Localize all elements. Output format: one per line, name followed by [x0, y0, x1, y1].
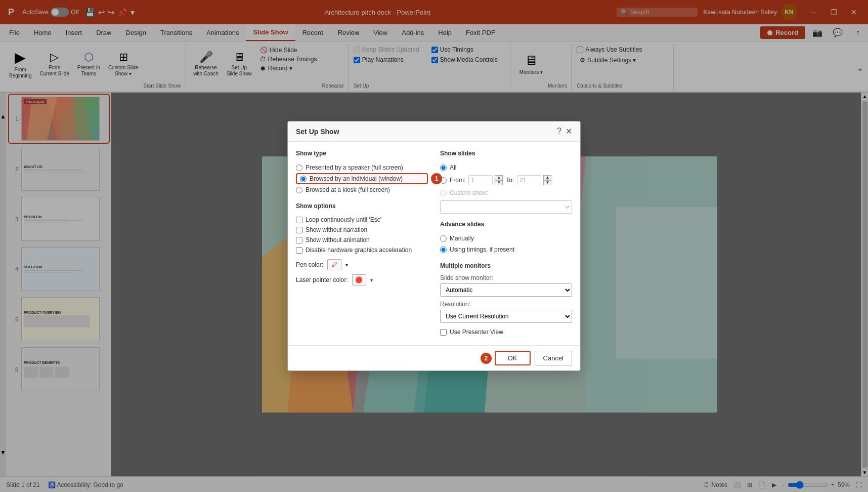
resolution-select[interactable]: Use Current Resolution — [440, 310, 572, 323]
radio-all-input[interactable] — [440, 165, 447, 171]
disable-hw-checkbox[interactable]: Disable hardware graphics acceleration — [296, 245, 428, 255]
pen-color-label: Pen color: — [296, 261, 323, 268]
dialog-right: Show slides All From: ▲ ▼ To: — [440, 150, 572, 337]
radio-from[interactable]: From: ▲ ▼ To: ▲ ▼ — [440, 173, 572, 187]
to-label: To: — [506, 177, 514, 184]
to-number-group: ▲ ▼ — [517, 175, 551, 185]
pen-color-btn[interactable]: 🖊 — [327, 259, 341, 270]
no-narration-label: Show without narration — [306, 226, 367, 233]
radio-kiosk-label: Browsed at a kiosk (full screen) — [306, 186, 390, 193]
radio-window-input[interactable] — [300, 176, 307, 182]
radio-window-label: Browsed by an individual (window) — [310, 175, 403, 182]
radio-from-label: From: — [450, 177, 465, 184]
dialog-left: Show type Presented by a speaker (full s… — [296, 150, 428, 337]
radio-using-timings-input[interactable] — [440, 247, 447, 253]
laser-color-row: Laser pointer color: 🔴 ▾ — [296, 274, 428, 285]
show-type-title: Show type — [296, 150, 428, 157]
radio-full-screen[interactable]: Presented by a speaker (full screen) — [296, 162, 428, 173]
resolution-label: Resolution: — [440, 301, 572, 308]
no-narration-checkbox[interactable]: Show without narration — [296, 225, 428, 235]
show-options-title: Show options — [296, 202, 428, 210]
pen-color-row: Pen color: 🖊 ▾ — [296, 259, 428, 270]
advance-slides-title: Advance slides — [440, 221, 572, 228]
setup-show-dialog: Set Up Show ? ✕ Show type Presented by a… — [287, 121, 581, 371]
presenter-view-checkbox[interactable]: Use Presenter View — [440, 327, 572, 337]
dialog-overlay: Set Up Show ? ✕ Show type Presented by a… — [0, 0, 868, 492]
loop-checkbox[interactable]: Loop continuously until 'Esc' — [296, 215, 428, 225]
radio-kiosk[interactable]: Browsed at a kiosk (full screen) — [296, 184, 428, 195]
to-number-input[interactable] — [517, 175, 541, 185]
presenter-view-label: Use Presenter View — [450, 329, 503, 336]
badge-1: 1 — [431, 173, 442, 184]
dialog-title: Set Up Show — [296, 128, 339, 136]
dialog-header-icons: ? ✕ — [557, 127, 572, 136]
dialog-close-icon[interactable]: ✕ — [566, 127, 572, 136]
dialog-help-icon[interactable]: ? — [557, 127, 561, 136]
radio-all-label: All — [450, 164, 456, 171]
radio-kiosk-input[interactable] — [296, 187, 302, 193]
radio-manually-label: Manually — [450, 235, 474, 242]
badge-2: 2 — [481, 353, 492, 364]
no-animation-checkbox[interactable]: Show without animation — [296, 235, 428, 245]
disable-hw-label: Disable hardware graphics acceleration — [306, 247, 412, 254]
to-spin-btns: ▲ ▼ — [543, 175, 551, 185]
from-spin-btns: ▲ ▼ — [495, 175, 503, 185]
disable-hw-input[interactable] — [296, 247, 302, 254]
cancel-button[interactable]: Cancel — [535, 351, 572, 365]
from-spin-up[interactable]: ▲ — [495, 175, 503, 180]
pen-color-dropdown-icon[interactable]: ▾ — [345, 262, 348, 268]
loop-input[interactable] — [296, 217, 302, 223]
radio-all[interactable]: All — [440, 162, 572, 173]
multiple-monitors-title: Multiple monitors — [440, 262, 572, 269]
ok-btn-container: 2 OK — [495, 351, 531, 365]
show-slides-title: Show slides — [440, 150, 572, 157]
from-number-input[interactable] — [468, 175, 493, 185]
dialog-header: Set Up Show ? ✕ — [288, 121, 580, 142]
radio-custom-show[interactable]: Custom show: — [440, 187, 572, 198]
radio-using-timings[interactable]: Using timings, if present — [440, 244, 572, 255]
radio-using-timings-label: Using timings, if present — [450, 246, 514, 253]
to-spin-down[interactable]: ▼ — [543, 180, 551, 185]
no-narration-input[interactable] — [296, 227, 302, 233]
no-animation-input[interactable] — [296, 237, 302, 243]
radio-full-screen-input[interactable] — [296, 165, 302, 171]
laser-color-dropdown-icon[interactable]: ▾ — [370, 277, 373, 283]
radio-manually[interactable]: Manually — [440, 233, 572, 244]
presenter-view-input[interactable] — [440, 329, 447, 336]
from-number-group: ▲ ▼ — [468, 175, 503, 185]
from-spin-down[interactable]: ▼ — [495, 180, 503, 185]
custom-show-select[interactable] — [440, 200, 572, 214]
radio-custom-input[interactable] — [440, 190, 447, 196]
slide-show-monitor-label: Slide show monitor: — [440, 274, 572, 281]
laser-color-btn[interactable]: 🔴 — [352, 274, 366, 285]
radio-custom-label: Custom show: — [450, 189, 488, 196]
monitor-select[interactable]: Automatic — [440, 283, 572, 297]
to-spin-up[interactable]: ▲ — [543, 175, 551, 180]
no-animation-label: Show without animation — [306, 236, 370, 243]
radio-manually-input[interactable] — [440, 235, 447, 242]
dialog-body: Show type Presented by a speaker (full s… — [288, 142, 580, 345]
dialog-footer: 2 OK Cancel — [288, 345, 580, 371]
laser-color-label: Laser pointer color: — [296, 276, 348, 283]
radio-full-screen-label: Presented by a speaker (full screen) — [306, 164, 403, 171]
loop-label: Loop continuously until 'Esc' — [306, 216, 381, 223]
radio-window[interactable]: Browsed by an individual (window) 1 — [296, 173, 428, 184]
ok-button[interactable]: OK — [495, 351, 531, 365]
